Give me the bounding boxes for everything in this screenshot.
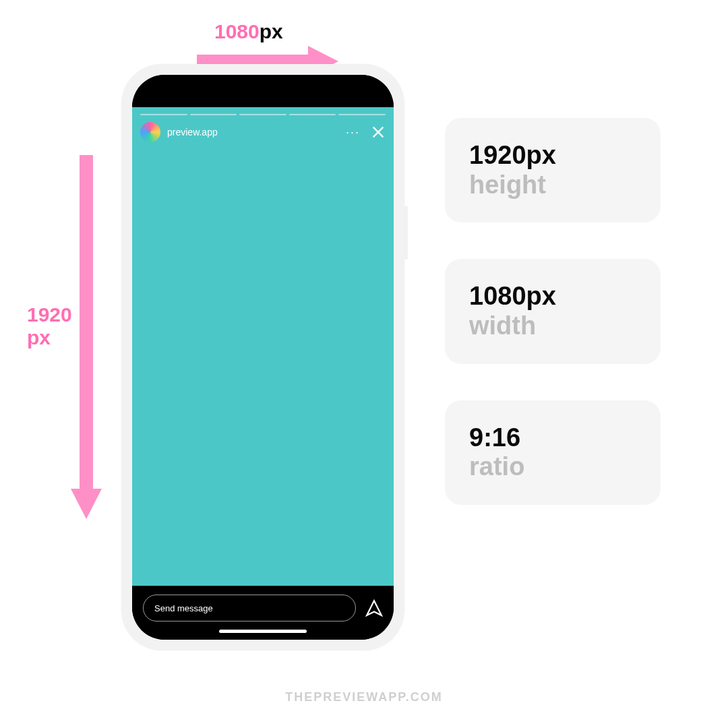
- more-icon[interactable]: ···: [346, 126, 360, 138]
- svg-marker-3: [71, 489, 102, 519]
- card-value: 1920px: [469, 141, 636, 171]
- send-icon[interactable]: [365, 599, 383, 617]
- info-card-ratio: 9:16 ratio: [445, 400, 661, 505]
- phone-mockup: preview.app ··· Send message: [121, 64, 404, 650]
- phone-side-button: [404, 206, 408, 260]
- footer-credit: THEPREVIEWAPP.COM: [0, 690, 728, 704]
- width-value: 1080: [214, 20, 260, 42]
- height-dimension-label: 1920 px: [27, 303, 72, 349]
- card-value: 1080px: [469, 282, 636, 311]
- home-indicator: [219, 630, 307, 633]
- height-value: 1920: [27, 303, 72, 326]
- height-unit: px: [27, 326, 72, 349]
- avatar[interactable]: [140, 122, 160, 142]
- story-content-area: preview.app ···: [132, 107, 394, 586]
- card-label: height: [469, 171, 636, 200]
- info-card-height: 1920px height: [445, 118, 661, 222]
- card-label: width: [469, 311, 636, 341]
- story-progress-bars: [140, 114, 386, 115]
- message-placeholder: Send message: [154, 603, 213, 613]
- phone-notch: [206, 75, 320, 95]
- info-card-width: 1080px width: [445, 259, 661, 363]
- card-label: ratio: [469, 452, 636, 482]
- phone-screen: preview.app ··· Send message: [132, 75, 394, 640]
- message-input[interactable]: Send message: [143, 595, 356, 621]
- close-icon[interactable]: [371, 125, 386, 140]
- info-cards: 1920px height 1080px width 9:16 ratio: [445, 118, 661, 505]
- svg-rect-2: [80, 155, 93, 492]
- width-dimension-label: 1080px: [214, 20, 283, 43]
- width-unit: px: [260, 20, 283, 42]
- story-header: preview.app ···: [140, 122, 386, 142]
- svg-marker-6: [367, 601, 382, 615]
- height-arrow-icon: [71, 155, 102, 519]
- card-value: 9:16: [469, 423, 636, 453]
- story-username[interactable]: preview.app: [167, 127, 218, 138]
